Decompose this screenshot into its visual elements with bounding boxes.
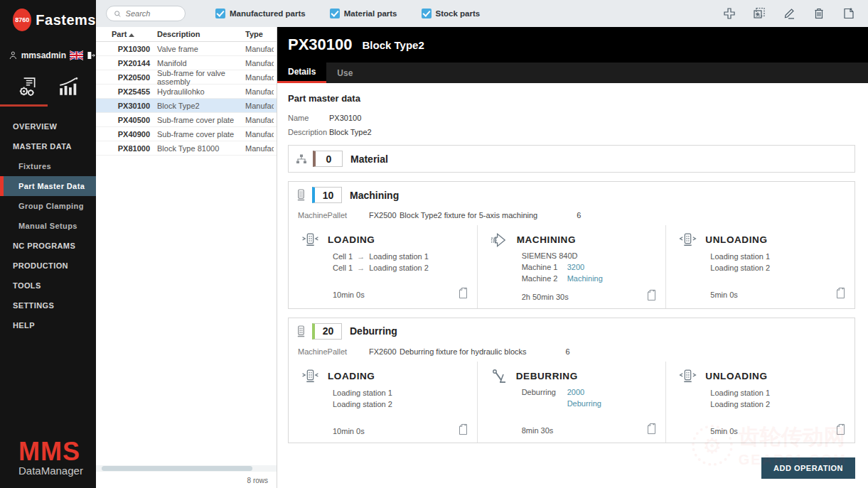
sidebar-item-manual-setups[interactable]: Manual Setups: [0, 216, 96, 236]
table-row[interactable]: PX10300 Valve frame Manufactured: [96, 42, 277, 56]
hierarchy-icon: [296, 153, 307, 165]
document-icon[interactable]: [835, 287, 846, 299]
logo-badge-8760: 8760: [13, 9, 31, 31]
uk-flag-icon[interactable]: [70, 50, 83, 60]
operation-number-input[interactable]: 0: [313, 151, 343, 167]
table-row[interactable]: PX25455 Hydraulilohko Manufactured: [96, 85, 277, 99]
operation-name: Deburring: [350, 325, 397, 337]
filter-stock-parts[interactable]: Stock parts: [422, 9, 481, 18]
sidebar-nav: OVERVIEW MASTER DATA Fixtures Part Maste…: [0, 116, 96, 335]
delete-part-icon[interactable]: [813, 7, 825, 20]
field-name: Name PX30100: [288, 114, 855, 122]
program-link[interactable]: Machining: [567, 273, 603, 285]
checkbox-checked-icon[interactable]: [422, 9, 432, 18]
parts-table-header: Part Description Type: [96, 27, 277, 42]
station-card-unloading: UNLOADING Loading station 1 Loading stat…: [665, 225, 854, 308]
deburring-robot-icon: [491, 369, 508, 384]
document-icon[interactable]: [458, 287, 468, 299]
program-link[interactable]: 2000: [567, 387, 584, 398]
operation-number-input[interactable]: 10: [312, 187, 342, 203]
edit-part-icon[interactable]: [783, 7, 795, 20]
page-subtitle: Block Type2: [363, 39, 424, 51]
station-time: 2h 50min 30s: [522, 293, 569, 301]
horizontal-scrollbar[interactable]: [96, 465, 277, 472]
sidebar-item-master-data[interactable]: MASTER DATA: [0, 136, 96, 156]
operation-name: Machining: [350, 190, 399, 201]
topbar: Manufactured parts Material parts Stock …: [96, 0, 868, 27]
checkbox-checked-icon[interactable]: [215, 9, 225, 18]
operation-deburring[interactable]: 20 Deburring MachinePallet FX2600 Deburr…: [288, 318, 855, 443]
table-row[interactable]: PX40900 Sub-frame cover plate Manufactur…: [96, 127, 277, 141]
tab-details[interactable]: Details: [277, 63, 326, 83]
program-link[interactable]: Deburring: [567, 398, 601, 410]
unloading-icon: [679, 369, 697, 385]
table-row-selected[interactable]: PX30100 Block Type2 Manufactured: [96, 99, 277, 113]
username: mmsadmin: [21, 50, 66, 60]
sidebar-item-production[interactable]: PRODUCTION: [0, 256, 96, 276]
column-header-description[interactable]: Description: [154, 30, 245, 38]
sidebar: 8760 Fastems mmsadmin OVERVIEW MASTER DA…: [0, 0, 96, 488]
detail-tabs: Details Use: [277, 63, 868, 83]
sidebar-item-tools[interactable]: TOOLS: [0, 276, 96, 295]
brand-logo: 8760 Fastems: [0, 0, 96, 31]
sidebar-item-nc-programs[interactable]: NC PROGRAMS: [0, 236, 96, 256]
sidebar-item-settings[interactable]: SETTINGS: [0, 295, 96, 315]
document-icon[interactable]: [458, 423, 468, 435]
logout-icon[interactable]: [87, 50, 96, 60]
column-header-type[interactable]: Type: [245, 30, 274, 38]
filter-manufactured-parts[interactable]: Manufactured parts: [215, 9, 306, 18]
station-time: 10min 0s: [333, 427, 365, 435]
page-title: PX30100: [288, 36, 353, 54]
checkbox-checked-icon[interactable]: [330, 9, 340, 18]
loading-icon: [301, 369, 319, 385]
add-operation-button[interactable]: ADD OPERATION: [761, 457, 855, 479]
search-input[interactable]: [126, 9, 178, 18]
station-card-deburring: DEBURRING Deburring2000 Deburring 8min 3…: [477, 362, 666, 443]
fixture-row[interactable]: MachinePallet FX2500 Block Type2 fixture…: [289, 208, 854, 225]
paste-part-icon[interactable]: [842, 7, 855, 20]
filter-material-parts[interactable]: Material parts: [330, 9, 397, 18]
column-header-part[interactable]: Part: [96, 30, 154, 38]
user-icon: [9, 50, 18, 60]
operation-material[interactable]: 0 Material: [288, 145, 855, 173]
analytics-icon[interactable]: [58, 76, 79, 97]
table-row[interactable]: PX40500 Sub-frame cover plate Manufactur…: [96, 113, 277, 127]
brand-name: Fastems: [36, 12, 96, 28]
document-icon[interactable]: [646, 423, 657, 435]
operation-number-input[interactable]: 20: [312, 323, 342, 340]
tab-use[interactable]: Use: [326, 63, 363, 83]
operation-name: Material: [350, 153, 388, 165]
field-description: Description Block Type2: [288, 128, 855, 136]
station-card-machining: MACHINING SIEMENS 840D Machine 13200 Mac…: [477, 225, 666, 308]
machining-icon: [491, 232, 508, 248]
loading-icon: [301, 232, 319, 249]
pallet-icon: [296, 325, 306, 338]
add-part-icon[interactable]: [723, 7, 736, 20]
search-box[interactable]: [106, 6, 186, 21]
unloading-icon: [679, 232, 697, 249]
search-icon: [114, 9, 122, 18]
sidebar-item-group-clamping[interactable]: Group Clamping: [0, 196, 96, 216]
pallet-icon: [296, 188, 306, 202]
sidebar-item-fixtures[interactable]: Fixtures: [0, 156, 96, 176]
operation-machining[interactable]: 10 Machining MachinePallet FX2500 Block …: [288, 181, 855, 309]
part-detail-panel: PX30100 Block Type2 Details Use Part mas…: [277, 27, 868, 488]
program-link[interactable]: 3200: [567, 262, 584, 273]
table-row[interactable]: PX20500 Sub-frame for valve assembly Man…: [96, 70, 277, 85]
station-time: 5min 0s: [710, 291, 738, 299]
sidebar-item-help[interactable]: HELP: [0, 315, 96, 335]
fixture-row[interactable]: MachinePallet FX2600 Deburring fixture f…: [289, 345, 854, 362]
parts-list-panel: Part Description Type PX10300 Valve fram…: [96, 27, 277, 488]
product-logo: MMS DataManager: [18, 439, 83, 477]
data-manager-icon[interactable]: [17, 76, 38, 97]
table-row[interactable]: PX81000 Block Type 81000 Manufactured: [96, 141, 277, 156]
product-name: MMS: [18, 439, 83, 465]
sort-asc-icon: [129, 33, 134, 37]
document-icon[interactable]: [835, 423, 846, 435]
scrollbar-thumb[interactable]: [102, 466, 252, 471]
sidebar-item-overview[interactable]: OVERVIEW: [0, 116, 96, 136]
sidebar-item-part-master-data[interactable]: Part Master Data: [0, 176, 96, 196]
document-icon[interactable]: [646, 289, 657, 301]
station-card-loading: LOADING Cell 1→Loading station 1 Cell 1→…: [289, 225, 477, 308]
duplicate-part-icon[interactable]: [753, 7, 766, 20]
